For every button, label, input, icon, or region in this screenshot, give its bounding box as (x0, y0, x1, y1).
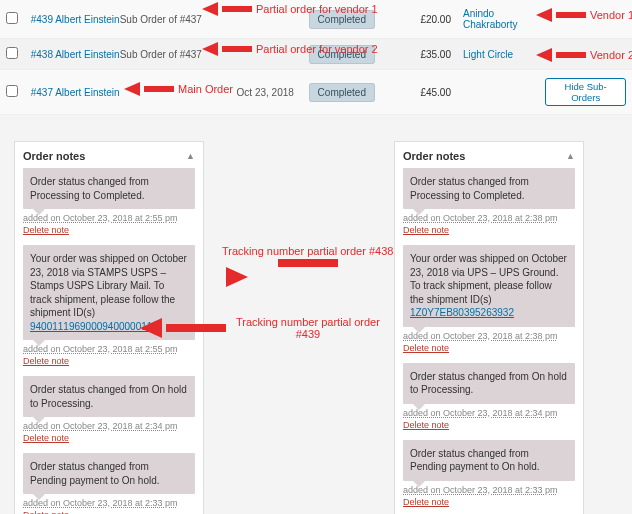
tracking-link[interactable]: 1Z0Y7EB80395263932 (410, 307, 514, 318)
note-meta: added on October 23, 2018 at 2:38 pm (403, 213, 575, 223)
order-row: #437 Albert EinsteinOct 23, 2018Complete… (0, 70, 632, 115)
delete-note-link[interactable]: Delete note (23, 356, 195, 366)
panel-title: Order notes ▲ (23, 150, 195, 162)
vendor-link[interactable]: Anindo Chakraborty (463, 8, 517, 30)
delete-note-link[interactable]: Delete note (403, 497, 575, 507)
order-note: Order status changed from On hold to Pro… (403, 363, 575, 404)
delete-note-link[interactable]: Delete note (23, 510, 195, 514)
order-note: Order status changed from Pending paymen… (23, 453, 195, 494)
note-meta: added on October 23, 2018 at 2:38 pm (403, 331, 575, 341)
order-date (231, 0, 303, 39)
note-meta: added on October 23, 2018 at 2:55 pm (23, 344, 195, 354)
collapse-icon[interactable]: ▲ (566, 151, 575, 161)
status-badge: Completed (309, 83, 375, 102)
sub-order-text: Sub Order of #437 (120, 49, 202, 60)
status-badge: Completed (309, 10, 375, 29)
delete-note-link[interactable]: Delete note (403, 420, 575, 430)
order-row: #438 Albert EinsteinSub Order of #437Com… (0, 39, 632, 70)
delete-note-link[interactable]: Delete note (403, 343, 575, 353)
row-checkbox[interactable] (6, 47, 18, 59)
hide-suborders-button[interactable]: Hide Sub-Orders (545, 78, 626, 106)
order-note: Order status changed from Processing to … (403, 168, 575, 209)
note-meta: added on October 23, 2018 at 2:34 pm (403, 408, 575, 418)
order-date (231, 39, 303, 70)
order-price: £35.00 (395, 39, 457, 70)
row-checkbox[interactable] (6, 85, 18, 97)
delete-note-link[interactable]: Delete note (23, 433, 195, 443)
row-checkbox[interactable] (6, 12, 18, 24)
order-note: Order status changed from Pending paymen… (403, 440, 575, 481)
order-price: £45.00 (395, 70, 457, 115)
delete-note-link[interactable]: Delete note (23, 225, 195, 235)
order-note: Your order was shipped on October 23, 20… (403, 245, 575, 327)
note-meta: added on October 23, 2018 at 2:33 pm (23, 498, 195, 508)
note-meta: added on October 23, 2018 at 2:55 pm (23, 213, 195, 223)
tracking-link[interactable]: 9400111969000940000011 (30, 321, 152, 332)
order-note: Order status changed from On hold to Pro… (23, 376, 195, 417)
order-link[interactable]: #439 Albert Einstein (31, 14, 120, 25)
delete-note-link[interactable]: Delete note (403, 225, 575, 235)
order-row: #439 Albert EinsteinSub Order of #437Com… (0, 0, 632, 39)
vendor-link[interactable]: Light Circle (463, 49, 513, 60)
order-notes-right: Order notes ▲ Order status changed from … (394, 141, 584, 514)
order-notes-left: Order notes ▲ Order status changed from … (14, 141, 204, 514)
order-note: Your order was shipped on October 23, 20… (23, 245, 195, 340)
status-badge: Completed (309, 45, 375, 64)
collapse-icon[interactable]: ▲ (186, 151, 195, 161)
order-date: Oct 23, 2018 (231, 70, 303, 115)
order-note: Order status changed from Processing to … (23, 168, 195, 209)
panel-title: Order notes ▲ (403, 150, 575, 162)
order-link[interactable]: #437 Albert Einstein (31, 87, 120, 98)
note-meta: added on October 23, 2018 at 2:33 pm (403, 485, 575, 495)
note-meta: added on October 23, 2018 at 2:34 pm (23, 421, 195, 431)
order-link[interactable]: #438 Albert Einstein (31, 49, 120, 60)
orders-table: #439 Albert EinsteinSub Order of #437Com… (0, 0, 632, 115)
order-price: £20.00 (395, 0, 457, 39)
sub-order-text: Sub Order of #437 (120, 14, 202, 25)
